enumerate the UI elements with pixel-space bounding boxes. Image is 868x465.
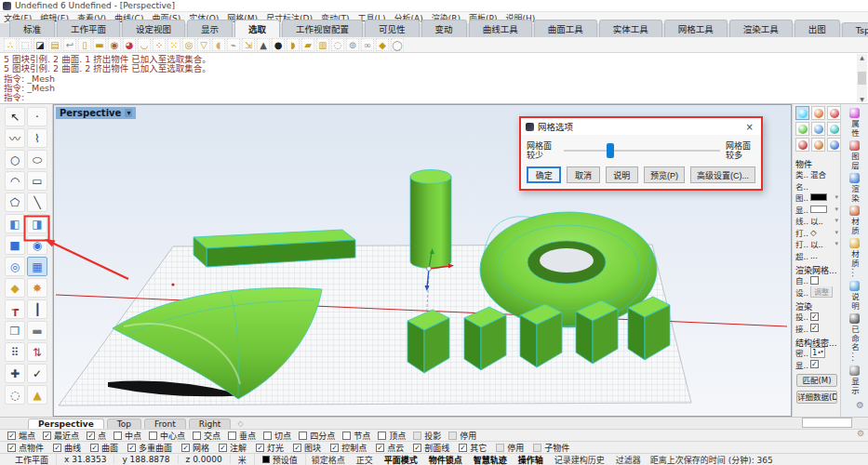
- ribbon-tab[interactable]: Tsplines: [842, 22, 868, 37]
- solid-box-icon[interactable]: ■: [5, 235, 25, 255]
- viewport-tab-front[interactable]: Front: [144, 418, 186, 429]
- ribbon-tab[interactable]: 曲线工具: [469, 20, 532, 37]
- ribbon-tab[interactable]: 工作视窗配置: [282, 20, 363, 37]
- osnap-item[interactable]: 顶点: [378, 430, 406, 442]
- color-wheel-icon[interactable]: [795, 106, 809, 120]
- filter-item-checkbox[interactable]: [496, 444, 504, 452]
- new-viewport-icon[interactable]: ◇: [237, 419, 243, 428]
- select-id-icon[interactable]: ▬: [93, 38, 106, 51]
- filter-item-checkbox[interactable]: [533, 444, 541, 452]
- status-gear-icon[interactable]: ⚙: [857, 429, 864, 438]
- cancel-button[interactable]: 取消: [567, 166, 599, 183]
- sheet-icon[interactable]: [795, 122, 809, 136]
- panel-tab-8[interactable]: 显示: [849, 365, 861, 395]
- select-mesh-icon[interactable]: ▥: [316, 38, 329, 51]
- filter-item[interactable]: ✓网格: [181, 442, 209, 454]
- osnap-item-checkbox[interactable]: [299, 432, 307, 440]
- osnap-item[interactable]: 中点: [114, 430, 141, 442]
- plane-icon[interactable]: ▬: [27, 321, 47, 340]
- status-toggle[interactable]: 操作轴: [513, 454, 549, 465]
- slider-thumb[interactable]: [607, 143, 614, 158]
- ribbon-tab[interactable]: 标准: [9, 20, 55, 37]
- select-chain-icon[interactable]: ∞: [361, 38, 374, 51]
- select-pointer-icon[interactable]: ↖: [5, 107, 25, 126]
- slider-track[interactable]: [564, 150, 720, 152]
- osnap-item[interactable]: 交点: [193, 430, 220, 442]
- spinner-arrows-icon[interactable]: ▴▾: [818, 348, 823, 357]
- select-previous-icon[interactable]: ↩: [63, 38, 76, 51]
- osnap-item[interactable]: ✓最近点: [43, 430, 79, 442]
- panel-button[interactable]: 详细数据(D)...: [796, 391, 837, 404]
- point-icon[interactable]: ·: [27, 107, 47, 126]
- cylinder-icon[interactable]: [827, 138, 840, 152]
- dropdown-icon[interactable]: ▾: [835, 229, 838, 236]
- filter-item[interactable]: ✓多重曲面: [127, 442, 172, 454]
- polygon-icon[interactable]: ⬠: [5, 193, 25, 212]
- panel-gear-icon[interactable]: ⚙: [856, 400, 864, 410]
- solid-union-icon[interactable]: ❒: [5, 321, 25, 340]
- explode-icon[interactable]: ✸: [27, 278, 47, 298]
- command-history[interactable]: 5 图块引例. 2 曲面. 1 挤出物件 已加入至选取集合。5 图块引例. 2 …: [0, 53, 868, 104]
- filter-item[interactable]: ✓注解: [219, 442, 247, 454]
- osnap-item-checkbox[interactable]: [342, 432, 351, 440]
- mesh-density-slider[interactable]: [562, 142, 722, 159]
- filter-item-checkbox[interactable]: ✓: [293, 444, 301, 452]
- status-toggle[interactable]: 过滤器: [610, 454, 647, 465]
- osnap-item-checkbox[interactable]: ✓: [7, 432, 16, 440]
- select-pyramid-icon[interactable]: ◆: [376, 38, 389, 51]
- osnap-item-checkbox[interactable]: [448, 432, 457, 440]
- filter-item[interactable]: ✓曲面: [90, 442, 118, 454]
- ellipse-icon[interactable]: ⬭: [27, 150, 47, 169]
- filter-item-checkbox[interactable]: ✓: [219, 444, 227, 452]
- osnap-item-checkbox[interactable]: [263, 432, 272, 440]
- solid-torus-icon[interactable]: ◎: [5, 257, 25, 276]
- filter-item-checkbox[interactable]: ✓: [256, 444, 264, 452]
- select-hand-icon[interactable]: ◖: [212, 38, 225, 51]
- filter-item-checkbox[interactable]: ✓: [90, 444, 99, 452]
- scroll-thumb[interactable]: [858, 72, 866, 85]
- filter-item[interactable]: ✓点物件: [7, 442, 44, 454]
- ribbon-tab[interactable]: 工作平面: [57, 20, 120, 37]
- brick-icon[interactable]: [795, 138, 809, 152]
- panel-row-value[interactable]: 以..: [810, 215, 823, 226]
- panel-tab-3[interactable]: 渲染: [849, 173, 861, 203]
- mesh-tool-icon[interactable]: ▦: [27, 257, 47, 276]
- filter-item[interactable]: ✓剖面线: [413, 442, 449, 454]
- panel-tab-5[interactable]: 材质...: [849, 238, 861, 278]
- ribbon-tab[interactable]: 网格工具: [664, 20, 728, 37]
- line-icon[interactable]: ╲: [27, 193, 47, 212]
- split-icon[interactable]: ┃: [27, 299, 47, 319]
- trim-icon[interactable]: ┲: [5, 299, 25, 319]
- panel-tab-1[interactable]: 属性: [849, 108, 861, 138]
- panel-tab-2[interactable]: 图层: [849, 140, 861, 170]
- panel-tab-6[interactable]: 说明: [849, 281, 861, 311]
- material-pen-icon[interactable]: [811, 106, 825, 120]
- select-layer-icon[interactable]: ▤: [48, 38, 61, 51]
- filter-item-checkbox[interactable]: ✓: [181, 444, 190, 452]
- ribbon-tab[interactable]: 出图: [795, 20, 840, 37]
- osnap-item[interactable]: 节点: [342, 430, 370, 442]
- boolean-union-icon[interactable]: ◆: [5, 278, 25, 298]
- select-color-icon[interactable]: ◕: [123, 38, 136, 51]
- filter-item-checkbox[interactable]: ✓: [330, 444, 339, 452]
- gumball-icon[interactable]: ⇅: [27, 342, 47, 362]
- select-surface-icon[interactable]: ◗: [287, 38, 300, 51]
- lasso-icon[interactable]: ◌: [5, 385, 25, 405]
- status-toggle[interactable]: 智慧轨迹: [468, 454, 513, 465]
- current-layer[interactable]: 预设值: [255, 454, 306, 465]
- select-fence-icon[interactable]: ⬚: [19, 38, 32, 51]
- ribbon-tab[interactable]: 渲染工具: [729, 20, 793, 37]
- filter-item[interactable]: 子物件: [533, 442, 569, 454]
- control-point-curve-icon[interactable]: 〰: [5, 128, 25, 148]
- osnap-item[interactable]: ✓端点: [7, 430, 35, 442]
- filter-item[interactable]: ✓其它: [459, 442, 487, 454]
- color-swatch[interactable]: [810, 206, 827, 213]
- dropdown-icon[interactable]: ▾: [835, 193, 838, 201]
- filter-item-checkbox[interactable]: ✓: [7, 444, 16, 452]
- dropdown-icon[interactable]: ▾: [835, 206, 838, 213]
- loft-surface-icon[interactable]: ◨: [27, 214, 47, 233]
- adjust-button[interactable]: 调整: [810, 286, 833, 299]
- filter-item[interactable]: ✓灯光: [256, 442, 284, 454]
- ok-button[interactable]: 确定: [527, 166, 561, 183]
- move-icon[interactable]: ✚: [5, 364, 25, 383]
